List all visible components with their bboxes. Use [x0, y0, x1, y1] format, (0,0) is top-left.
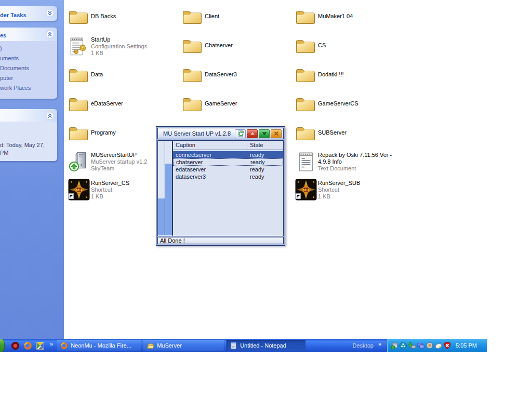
down-arrow-icon: [261, 130, 268, 137]
column-header-state[interactable]: State: [247, 142, 283, 149]
server-row-dataserver3[interactable]: dataserver3 ready: [173, 173, 283, 180]
desktop-item-cs[interactable]: CS: [295, 35, 409, 64]
update-icon[interactable]: [390, 341, 398, 350]
sidebar-link-my-documents[interactable]: uments: [0, 55, 57, 62]
item-type: Configuration Settings: [91, 43, 147, 50]
taskbar-button-notepad[interactable]: Untitled - Notepad: [227, 340, 305, 351]
folder-icon: [295, 124, 316, 142]
firefox-icon[interactable]: [23, 341, 32, 350]
desktop-item-mumaker[interactable]: MuMaker1.04: [295, 6, 409, 35]
taskbar-button-muserver[interactable]: MuServer: [143, 340, 224, 351]
desktop-item-subserver[interactable]: SUBServer: [295, 123, 409, 152]
volume-icon[interactable]: [425, 341, 434, 350]
item-label: MUServerStartUP: [91, 152, 147, 158]
shut-down-button[interactable]: [259, 129, 270, 138]
sidebar-link-network-places[interactable]: work Places: [0, 85, 57, 91]
desktop-item-chatserver[interactable]: Chatserver: [182, 35, 296, 64]
item-label: RunServer_CS: [91, 180, 129, 187]
server-caption: dataserver3: [173, 173, 247, 180]
server-row-connectserver[interactable]: connectserver ready: [173, 151, 283, 158]
network-icon[interactable]: [417, 341, 425, 350]
task-buttons: NeonMu - Mozilla Fire... MuServer Untitl…: [57, 340, 305, 351]
firefox-icon: [60, 342, 68, 350]
taskbar-clock[interactable]: 5:05 PM: [456, 342, 477, 349]
taskbar-button-firefox[interactable]: NeonMu - Mozilla Fire...: [57, 340, 141, 351]
text-document-icon: [295, 151, 317, 172]
system-tray: 5:05 PM: [387, 339, 487, 352]
refresh-button[interactable]: [235, 129, 246, 138]
desktop-item-data[interactable]: Data: [68, 64, 182, 94]
status-bar: All Done !: [157, 237, 284, 244]
progress-gauge-2: [165, 141, 172, 235]
mouse-icon[interactable]: [434, 341, 443, 350]
item-type: Shortcut: [318, 187, 360, 193]
desktop-toolbar: Desktop »: [353, 342, 387, 349]
other-places-body: ) uments Documents puter work Places: [0, 41, 57, 99]
explorer-task-pane: der Tasks es ) uments Documents puter wo…: [0, 0, 64, 339]
desktop-toolbar-label[interactable]: Desktop: [353, 342, 374, 349]
quick-launch-overflow-chevron[interactable]: »: [50, 341, 52, 347]
server-state: ready: [247, 166, 283, 173]
details-header: [0, 109, 57, 122]
server-row-chatserver[interactable]: chatserver ready: [173, 158, 283, 166]
start-button[interactable]: [0, 339, 5, 352]
desktop-item-runserver-sub[interactable]: RunServer_SUB Shortcut 1 KB: [295, 179, 409, 208]
red-app-icon[interactable]: [11, 341, 20, 350]
picture-app-icon[interactable]: [36, 341, 45, 350]
chevron-up-icon[interactable]: [46, 30, 54, 38]
desktop-item-startup[interactable]: StartUp Configuration Settings 1 KB: [68, 35, 182, 64]
item-label: GameServer: [205, 100, 237, 107]
desktop-item-gameserver[interactable]: GameServer: [182, 94, 296, 123]
desktop-item-client[interactable]: Client: [182, 6, 296, 35]
folder-icon: [182, 8, 203, 25]
server-caption: connectserver: [173, 151, 247, 158]
security-shield-icon[interactable]: [443, 341, 451, 350]
server-caption: chatserver: [174, 159, 248, 165]
folder-icon: [68, 66, 89, 84]
item-label: Dodatki !!!: [318, 71, 344, 78]
folder-icon: [182, 95, 203, 113]
sidebar-link-disk[interactable]: ): [0, 45, 57, 52]
desktop-item-edataserver[interactable]: eDataServer: [68, 94, 182, 123]
chevron-down-icon[interactable]: [46, 9, 54, 17]
folder-tasks-header: der Tasks: [0, 6, 57, 21]
dialog-titlebar[interactable]: MU Server Start UP v1.2.8: [157, 128, 284, 139]
server-caption: edataserver: [173, 166, 247, 173]
column-header-caption[interactable]: Caption: [173, 142, 247, 149]
sidebar-link-shared-documents[interactable]: Documents: [0, 65, 57, 72]
desktop-item-dataserver3[interactable]: DataServer3: [182, 64, 296, 94]
remove-hardware-icon[interactable]: [408, 341, 416, 350]
desktop-item-db-backs[interactable]: DB Backs: [68, 6, 182, 35]
dialog-buttons: [235, 129, 283, 138]
notepad-icon: [230, 342, 237, 350]
desktop-screen: der Tasks es ) uments Documents puter wo…: [0, 0, 532, 399]
item-label: Repack by Oski 7.11.56 Ver - 4.9.8 Info: [318, 152, 405, 165]
chevron-up-icon[interactable]: [46, 112, 54, 120]
close-button[interactable]: [271, 129, 282, 138]
desktop-item-gameservercs[interactable]: GameServerCS: [295, 94, 409, 123]
folder-icon: [68, 95, 89, 113]
folder-icon: [182, 37, 203, 55]
dialog-title: MU Server Start UP v1.2.8: [163, 130, 231, 137]
details-panel: d: Today, May 27, PM: [0, 109, 57, 161]
item-label: CS: [318, 42, 326, 49]
item-label: DataServer3: [205, 71, 237, 78]
server-row-edataserver[interactable]: edataserver ready: [173, 166, 283, 173]
item-label: StartUp: [91, 36, 147, 43]
desktop-item-dodatki[interactable]: Dodatki !!!: [295, 64, 409, 94]
desktop-item-repack-info[interactable]: Repack by Oski 7.11.56 Ver - 4.9.8 Info …: [295, 151, 409, 180]
config-file-icon: [68, 35, 90, 57]
folder-tasks-title: der Tasks: [0, 12, 26, 18]
server-state: ready: [248, 159, 283, 165]
folder-icon: [295, 8, 316, 25]
item-size: 1 KB: [318, 193, 360, 200]
start-up-button[interactable]: [247, 129, 258, 138]
item-label: GameServerCS: [318, 100, 358, 107]
sidebar-link-my-computer[interactable]: puter: [0, 75, 57, 82]
item-description: MuServer startup v1.2: [91, 158, 147, 165]
shortcut-arrow-icon: [295, 193, 301, 199]
up-arrow-icon: [249, 130, 256, 137]
messenger-icon[interactable]: [399, 341, 407, 350]
item-size: 1 KB: [91, 193, 129, 200]
desktop-toolbar-overflow-chevron[interactable]: »: [378, 341, 381, 347]
